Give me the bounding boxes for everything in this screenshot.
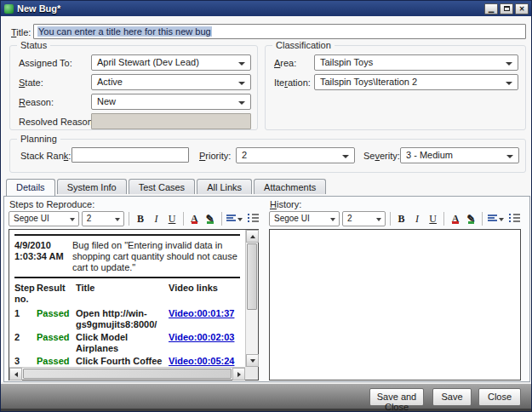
bullet-list-button[interactable] xyxy=(247,211,260,226)
chevron-down-icon xyxy=(237,218,243,221)
classification-group-label: Classification xyxy=(272,40,335,50)
state-label: State: xyxy=(19,77,43,88)
header-result: Result xyxy=(37,283,76,305)
toolbar-separator xyxy=(443,212,444,226)
font-combobox[interactable]: Segoe UI xyxy=(9,211,79,226)
priority-combobox[interactable]: 2 xyxy=(236,147,355,163)
priority-label: Priority: xyxy=(199,151,231,161)
chevron-down-icon xyxy=(506,62,512,66)
step-row: 3 Passed Click Fourth Coffee Flyer Video… xyxy=(14,356,240,367)
step-result: Passed xyxy=(37,332,76,354)
italic-button[interactable]: I xyxy=(410,211,424,226)
underline-button[interactable]: U xyxy=(165,211,179,226)
underline-button[interactable]: U xyxy=(426,211,440,226)
toolbar-separator xyxy=(390,212,391,226)
app-icon xyxy=(4,4,14,14)
note-text: Bug filed on "Entering invalid data in s… xyxy=(69,240,240,273)
align-left-icon xyxy=(488,214,497,222)
iteration-combobox[interactable]: Tailspin Toys\Iteration 2 xyxy=(314,74,518,90)
align-left-icon xyxy=(226,214,236,222)
scroll-left-button[interactable] xyxy=(9,368,22,381)
bullet-list-icon xyxy=(509,212,520,224)
font-size-combobox[interactable]: 2 xyxy=(82,211,125,226)
area-label: Area: xyxy=(274,58,296,68)
title-input[interactable]: You can enter a title here for this new … xyxy=(33,24,526,39)
assigned-to-combobox[interactable]: April Stewart (Dev Lead) xyxy=(91,54,251,71)
separator-rule xyxy=(14,234,240,236)
header-step-no: Step no. xyxy=(14,283,37,305)
bullet-list-button[interactable] xyxy=(507,211,521,226)
tab-all-links[interactable]: All Links xyxy=(197,179,252,194)
state-combobox[interactable]: Active xyxy=(91,74,251,90)
font-color-icon xyxy=(452,221,459,224)
window-title: New Bug* xyxy=(17,3,484,14)
maximize-button[interactable] xyxy=(500,3,513,14)
toolbar-separator xyxy=(129,212,129,226)
align-button[interactable] xyxy=(226,211,243,226)
step-no: 3 xyxy=(14,356,37,367)
video-link[interactable]: Video:00:05:24 xyxy=(169,356,234,366)
scroll-thumb[interactable] xyxy=(23,369,232,379)
step-result: Passed xyxy=(37,308,76,330)
step-result: Passed xyxy=(37,356,76,367)
step-row: 2 Passed Click Model Airplanes Video:00:… xyxy=(14,332,240,354)
minimize-button[interactable]: ▁ xyxy=(484,3,498,14)
resolved-reason-field xyxy=(91,113,251,129)
chevron-down-icon xyxy=(115,218,120,221)
steps-editor[interactable]: 4/9/2010 1:03:34 AM Bug filed on "Enteri… xyxy=(9,229,259,381)
video-link[interactable]: Video:00:01:37 xyxy=(169,308,234,318)
highlight-button[interactable]: ✎ xyxy=(465,211,478,226)
area-combobox[interactable]: Tailspin Toys xyxy=(314,54,518,71)
bold-button[interactable]: B xyxy=(395,211,409,226)
chevron-down-icon xyxy=(506,82,512,85)
bold-button[interactable]: B xyxy=(134,211,147,226)
reason-combobox[interactable]: New xyxy=(91,94,251,110)
font-color-button[interactable]: A xyxy=(449,211,462,226)
chevron-down-icon xyxy=(499,218,504,221)
scrollbar-corner xyxy=(245,367,258,380)
tab-details[interactable]: Details xyxy=(6,179,55,196)
close-button[interactable]: Close xyxy=(478,388,521,406)
font-size-combobox[interactable]: 2 xyxy=(342,211,386,226)
titlebar[interactable]: New Bug* ▁ ✕ xyxy=(1,1,531,16)
steps-editor-content[interactable]: 4/9/2010 1:03:34 AM Bug filed on "Enteri… xyxy=(9,230,245,367)
vertical-scrollbar[interactable] xyxy=(245,230,258,367)
tab-attachments[interactable]: Attachments xyxy=(254,179,326,194)
stack-rank-input[interactable] xyxy=(72,147,189,163)
scroll-thumb[interactable] xyxy=(247,243,257,310)
stack-rank-label: Stack Rank: xyxy=(20,151,71,161)
history-toolbar: Segoe UI 2 B I U A ✎ xyxy=(269,209,521,228)
severity-combobox[interactable]: 3 - Medium xyxy=(400,147,519,163)
step-title: Click Model Airplanes xyxy=(76,332,169,354)
titlebar-close-button[interactable]: ✕ xyxy=(515,3,529,14)
classification-group: Classification Area: Tailspin Toys Itera… xyxy=(265,45,526,130)
font-combobox[interactable]: Segoe UI xyxy=(269,211,340,226)
save-and-close-button[interactable]: Save and Close xyxy=(369,388,424,406)
chevron-down-icon xyxy=(342,155,349,158)
highlight-button[interactable]: ✎ xyxy=(203,211,217,226)
resolved-reason-label: Resolved Reason: xyxy=(19,117,95,127)
tab-system-info[interactable]: System Info xyxy=(57,179,127,194)
iteration-label: Iteration: xyxy=(274,77,311,88)
save-button[interactable]: Save xyxy=(432,388,472,406)
toolbar-separator xyxy=(482,212,483,226)
separator-rule xyxy=(14,277,240,278)
scroll-down-button[interactable] xyxy=(246,354,259,367)
tab-test-cases[interactable]: Test Cases xyxy=(129,179,195,194)
horizontal-scrollbar[interactable] xyxy=(9,367,245,380)
chevron-down-icon xyxy=(238,62,245,66)
history-editor[interactable] xyxy=(269,229,521,381)
align-button[interactable] xyxy=(487,211,505,226)
steps-to-reproduce-label: Steps to Reproduce: xyxy=(9,199,94,209)
scroll-up-button[interactable] xyxy=(246,230,259,243)
steps-table-header: Step no. Result Title Video links xyxy=(14,283,240,305)
reason-label: Reason: xyxy=(19,97,54,107)
toolbar-separator xyxy=(221,212,222,226)
chevron-down-icon xyxy=(376,218,381,221)
chevron-down-icon xyxy=(238,101,245,105)
scroll-right-button[interactable] xyxy=(232,368,245,381)
font-color-button[interactable]: A xyxy=(188,211,202,226)
video-link[interactable]: Video:00:02:03 xyxy=(169,332,234,342)
italic-button[interactable]: I xyxy=(150,211,163,226)
planning-group: Planning Stack Rank: Priority: 2 Severit… xyxy=(9,139,526,173)
